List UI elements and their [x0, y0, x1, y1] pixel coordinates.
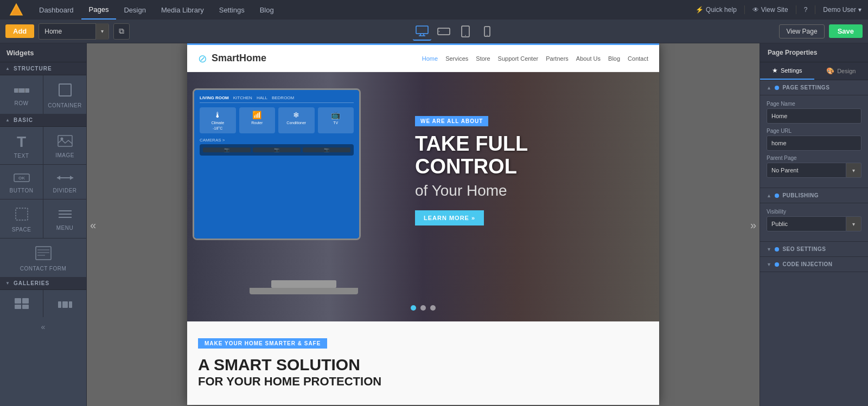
space-label: SPACE — [12, 227, 31, 233]
app-logo — [7, 0, 26, 20]
nav-settings[interactable]: Settings — [212, 0, 252, 20]
quick-help-icon: ⚡ — [695, 6, 704, 14]
top-navbar: Dashboard Pages Design Media Library Set… — [0, 0, 868, 20]
mobile-device-button[interactable] — [478, 22, 496, 41]
svg-rect-36 — [62, 301, 68, 308]
nav-design[interactable]: Design — [116, 0, 153, 20]
desktop-device-button[interactable] — [413, 22, 431, 41]
parent-page-select[interactable]: No Parent — [767, 163, 846, 178]
page-selector[interactable]: Home ▾ — [39, 23, 109, 40]
button-widget[interactable]: OK BUTTON — [0, 165, 43, 199]
menu-widget[interactable]: MENU — [43, 199, 86, 238]
galleries-arrow-icon: ▼ — [5, 281, 10, 286]
device-climate-card: 🌡 Climate -18°C — [200, 107, 236, 133]
space-widget[interactable]: SPACE — [0, 199, 43, 238]
button-icon: OK — [14, 172, 30, 184]
structure-arrow-icon: ▲ — [5, 66, 10, 71]
device-conditioner-card: ❄ Conditioner — [278, 107, 315, 133]
view-site-label: View Site — [761, 6, 788, 14]
gallery2-widget[interactable] — [43, 290, 86, 317]
visibility-select[interactable]: Public — [767, 216, 846, 231]
galleries-section-header[interactable]: ▼ GALLERIES — [0, 277, 86, 290]
site-nav-links: Home Services Store Support Center Partn… — [422, 55, 648, 62]
site-nav-support[interactable]: Support Center — [498, 55, 539, 62]
tablet-landscape-device-button[interactable] — [435, 22, 453, 41]
page-selector-arrow[interactable]: ▾ — [95, 23, 108, 40]
view-site-link[interactable]: 👁 View Site — [752, 6, 788, 14]
text-widget[interactable]: T TEXT — [0, 127, 43, 164]
view-page-button[interactable]: View Page — [779, 24, 824, 38]
publishing-accordion[interactable]: ▲ PUBLISHING — [760, 188, 868, 203]
code-injection-accordion[interactable]: ▼ CODE INJECTION — [760, 257, 868, 272]
conditioner-icon: ❄ — [293, 111, 299, 119]
save-button[interactable]: Save — [829, 24, 863, 38]
collapse-sidebar-button[interactable]: « — [41, 323, 46, 331]
menu-label: MENU — [56, 225, 73, 231]
contact-form-widget[interactable]: CONTACT FORM — [0, 239, 86, 277]
container-widget[interactable]: CONTAINER — [43, 75, 86, 114]
hero-dot-1[interactable] — [411, 305, 416, 311]
user-label: Demo User — [823, 6, 856, 14]
basic-section-header[interactable]: ▲ BASIC — [0, 114, 86, 127]
widgets-sidebar: Widgets ▲ STRUCTURE ROW — [0, 43, 87, 406]
structure-section-label: STRUCTURE — [14, 66, 52, 72]
page-url-input[interactable] — [767, 136, 861, 151]
site-nav-contact[interactable]: Contact — [628, 55, 648, 62]
copy-page-button[interactable]: ⧉ — [113, 23, 130, 40]
camera-thumb-2: 📷 — [253, 147, 301, 152]
tablet-portrait-device-button[interactable] — [456, 22, 475, 41]
nav-blog[interactable]: Blog — [252, 0, 282, 20]
container-icon — [58, 83, 72, 99]
site-nav-about[interactable]: About Us — [576, 55, 601, 62]
svg-rect-15 — [59, 84, 71, 96]
parent-page-label: Parent Page — [767, 155, 861, 161]
site-nav-home[interactable]: Home — [422, 55, 438, 62]
visibility-field: Visibility Public ▾ — [767, 209, 861, 231]
device-screen: LIVING ROOM KITCHEN HALL BEDROOM 🌡 Clima… — [194, 90, 359, 239]
settings-tab[interactable]: ★ Settings — [760, 62, 814, 80]
climate-temp: -18°C — [213, 126, 222, 130]
hero-carousel-dots — [411, 305, 436, 311]
publishing-label: PUBLISHING — [782, 192, 819, 198]
svg-rect-10 — [484, 27, 490, 36]
nav-pages[interactable]: Pages — [81, 0, 117, 20]
hero-cta-button[interactable]: LEARN MORE » — [415, 210, 484, 225]
site-nav-store[interactable]: Store — [476, 55, 490, 62]
page-settings-arrow-icon: ▲ — [767, 85, 771, 91]
user-menu[interactable]: Demo User ▾ — [823, 6, 861, 14]
device-router-card: 📶 Router — [239, 107, 276, 133]
code-injection-dot — [775, 262, 779, 267]
page-settings-accordion[interactable]: ▲ PAGE SETTINGS — [760, 80, 868, 95]
parent-page-arrow-icon[interactable]: ▾ — [846, 163, 861, 178]
conditioner-label: Conditioner — [286, 121, 306, 125]
site-nav-services[interactable]: Services — [445, 55, 468, 62]
seo-settings-accordion[interactable]: ▼ SEO SETTINGS — [760, 242, 868, 257]
divider-widget[interactable]: DIVIDER — [43, 165, 86, 199]
camera-thumb-1: 📷 — [203, 147, 251, 152]
image-label: IMAGE — [55, 152, 74, 158]
design-tab[interactable]: 🎨 Design — [814, 62, 869, 80]
svg-rect-31 — [15, 298, 21, 304]
nav-divider — [744, 5, 745, 14]
hero-dot-2[interactable] — [420, 305, 426, 311]
main-nav: Dashboard Pages Design Media Library Set… — [31, 0, 695, 20]
image-widget[interactable]: IMAGE — [43, 127, 86, 164]
gallery1-widget[interactable] — [0, 290, 43, 317]
site-logo-icon: ⊘ — [198, 52, 207, 65]
canvas-wrapper: ⊘ SmartHome Home Services Store Support … — [87, 43, 760, 406]
hero-dot-3[interactable] — [430, 305, 436, 311]
nav-media-library[interactable]: Media Library — [154, 0, 212, 20]
button-label: BUTTON — [10, 188, 34, 194]
help-button[interactable]: ? — [804, 6, 808, 14]
nav-dashboard[interactable]: Dashboard — [31, 0, 81, 20]
visibility-arrow-icon[interactable]: ▾ — [846, 216, 861, 231]
page-settings-dot — [775, 86, 779, 90]
quick-help-link[interactable]: ⚡ Quick help — [695, 6, 737, 14]
add-button[interactable]: Add — [5, 24, 34, 38]
row-widget[interactable]: ROW — [0, 75, 43, 114]
page-name-input[interactable] — [767, 108, 861, 124]
site-nav-blog[interactable]: Blog — [608, 55, 620, 62]
structure-section-header[interactable]: ▲ STRUCTURE — [0, 62, 86, 75]
site-nav-partners[interactable]: Partners — [546, 55, 569, 62]
svg-rect-37 — [69, 301, 72, 308]
